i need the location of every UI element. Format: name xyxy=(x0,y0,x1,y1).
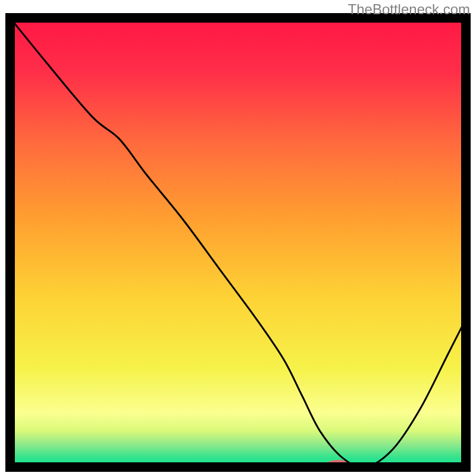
plot-background xyxy=(10,18,466,467)
watermark-text: TheBottleneck.com xyxy=(348,1,470,18)
bottleneck-chart xyxy=(0,0,476,476)
